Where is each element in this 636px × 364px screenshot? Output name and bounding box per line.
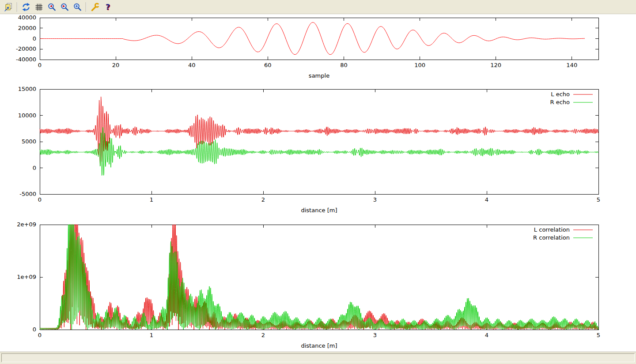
help-button[interactable]: ? ? (102, 1, 114, 13)
replot-button[interactable] (20, 1, 32, 13)
svg-text:3: 3 (373, 332, 377, 338)
autoscale-icon (72, 2, 82, 12)
svg-text:0: 0 (33, 165, 36, 171)
svg-text:0: 0 (38, 196, 42, 203)
refresh-icon (21, 2, 31, 12)
gnuplot-window: ? ? 020406080100120140-40000-20000020000… (0, 0, 636, 364)
autoscale-button[interactable] (71, 1, 83, 13)
toolbar-separator (17, 2, 17, 12)
svg-text:distance [m]: distance [m] (301, 342, 337, 349)
svg-text:5: 5 (597, 196, 600, 203)
copy-plot-button[interactable] (2, 1, 14, 13)
svg-text:80: 80 (340, 62, 348, 68)
svg-text:20: 20 (112, 62, 120, 68)
svg-text:1: 1 (150, 196, 153, 203)
svg-text:1: 1 (150, 332, 153, 338)
svg-text:5000: 5000 (22, 138, 36, 145)
svg-text:3: 3 (373, 196, 377, 203)
chart-correlation[interactable]: 01234501e+092e+09distance [m]L correlati… (17, 221, 600, 349)
zoom-previous-icon (47, 2, 57, 12)
svg-text:20000: 20000 (18, 25, 36, 31)
chart-pulse[interactable]: 020406080100120140-40000-200000200004000… (16, 14, 598, 79)
svg-text:2: 2 (261, 332, 265, 338)
svg-text:5: 5 (597, 332, 600, 338)
configure-button[interactable] (89, 1, 101, 13)
svg-text:40000: 40000 (18, 14, 36, 21)
svg-text:sample: sample (309, 72, 329, 79)
svg-text:1e+09: 1e+09 (17, 274, 36, 280)
svg-text:-20000: -20000 (16, 45, 36, 52)
svg-text:0: 0 (33, 326, 36, 333)
svg-text:2e+09: 2e+09 (17, 221, 36, 228)
wrench-icon (90, 2, 100, 12)
zoom-previous-button[interactable] (45, 1, 57, 13)
svg-text:140: 140 (566, 62, 577, 68)
svg-text:15000: 15000 (18, 86, 36, 92)
svg-text:R correlation: R correlation (533, 234, 570, 241)
svg-text:120: 120 (490, 62, 501, 68)
svg-text:60: 60 (264, 62, 272, 68)
svg-text:2: 2 (261, 196, 265, 203)
svg-text:100: 100 (414, 62, 425, 68)
svg-text:distance [m]: distance [m] (301, 207, 337, 214)
help-icon: ? ? (103, 2, 113, 12)
zoom-next-button[interactable] (58, 1, 70, 13)
copy-plot-icon (4, 2, 13, 12)
svg-text:-5000: -5000 (19, 191, 36, 197)
toolbar-separator (86, 2, 86, 12)
svg-text:4: 4 (485, 332, 488, 338)
svg-text:0: 0 (38, 332, 42, 338)
chart-echo[interactable]: 012345-5000050001000015000distance [m]L … (18, 86, 601, 214)
svg-text:L echo: L echo (551, 91, 570, 98)
svg-text:0: 0 (38, 62, 42, 68)
status-bar (0, 352, 636, 364)
toolbar: ? ? (0, 0, 636, 14)
svg-text:R echo: R echo (550, 99, 570, 105)
plots-svg: 020406080100120140-40000-200000200004000… (0, 14, 636, 352)
svg-text:?: ? (106, 3, 110, 11)
zoom-next-icon (60, 2, 69, 12)
svg-text:40: 40 (188, 62, 196, 68)
grid-icon (34, 2, 44, 12)
plot-canvas: 020406080100120140-40000-200000200004000… (0, 14, 636, 352)
toggle-grid-button[interactable] (33, 1, 45, 13)
svg-text:L correlation: L correlation (534, 226, 570, 233)
status-text (1, 353, 635, 362)
svg-text:10000: 10000 (18, 112, 36, 119)
svg-text:-40000: -40000 (16, 56, 36, 63)
svg-text:4: 4 (485, 196, 488, 203)
svg-text:0: 0 (33, 35, 36, 42)
